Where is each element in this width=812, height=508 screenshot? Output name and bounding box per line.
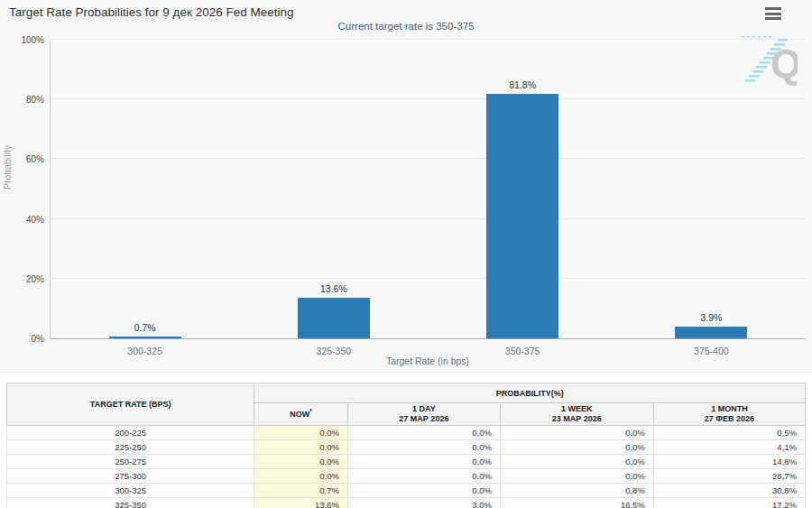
y-axis-tick-label: 40% [26,214,44,224]
column-header-1-week: 1 WEEK 23 МАР 2026 [500,403,653,426]
rate-cell: 300-325 [7,484,254,498]
column-header-probability-group: PROBABILITY(%) [254,383,806,403]
probability-bar[interactable] [298,298,370,338]
rate-cell: 225-250 [7,440,254,455]
current-target-rate-subtitle: Current target rate is 350-375 [0,21,812,32]
probability-1week-cell: 0,8% [500,484,653,498]
table-row: 200-2250,0%0,0%0,0%0,5% [7,426,806,440]
probability-1week-cell: 16,5% [500,498,653,508]
rate-cell: 200-225 [7,426,254,440]
gridline [51,158,806,159]
probability-1month-cell: 28,7% [653,469,805,484]
table-row: 275-3000,0%0,0%0,0%28,7% [7,469,806,484]
rate-cell: 325-350 [7,498,254,508]
column-header-now: NOW* [254,403,348,426]
probability-1day-cell: 0,0% [347,469,500,484]
table-row: 250-2750,0%0,0%0,0%14,8% [7,455,806,469]
probability-1day-cell: 0,0% [347,440,500,455]
probability-1day-cell: 3,0% [347,498,500,508]
column-header-1-day: 1 DAY 27 МАР 2026 [347,403,500,426]
rate-cell: 275-300 [7,469,254,484]
probability-1week-cell: 0,0% [500,469,653,484]
probability-chart-panel: Target Rate Probabilities for 9 дек 2026… [0,0,812,373]
probability-1day-cell: 0,0% [347,455,500,469]
probability-now-cell: 0,7% [254,484,348,498]
y-axis-tick-label: 20% [26,273,44,283]
probability-now-cell: 0,0% [254,455,348,469]
probability-1week-cell: 0,0% [500,426,653,440]
y-axis-tick-label: 0% [32,334,44,344]
probability-1month-cell: 4,1% [653,440,805,455]
probability-1week-cell: 0,0% [500,455,653,469]
probability-bar[interactable] [486,94,558,338]
table-row: 300-3250,7%0,0%0,8%30,8% [7,484,806,498]
y-axis-tick-label: 100% [21,35,44,45]
chart-title: Target Rate Probabilities for 9 дек 2026… [9,5,293,19]
probability-bar[interactable] [109,337,181,338]
gridline [51,98,806,99]
probability-now-cell: 13,6% [254,498,348,508]
probability-1month-cell: 17,2% [653,498,805,508]
rate-cell: 250-275 [7,455,254,469]
gridline [51,218,806,219]
bar-value-label: 13.6% [320,283,347,294]
table-row: 225-2500,0%0,0%0,0%4,1% [7,440,806,455]
y-axis-title: Probability [2,145,13,189]
hamburger-menu-icon[interactable] [765,7,781,20]
probability-1month-cell: 30,8% [653,484,805,498]
probability-1day-cell: 0,0% [347,484,500,498]
bar-value-label: 81.8% [509,79,536,90]
probability-now-cell: 0,0% [254,426,348,440]
gridline [51,278,806,279]
probability-now-cell: 0,0% [254,469,348,484]
probability-1month-cell: 0,5% [653,426,805,440]
table-row: 325-35013,6%3,0%16,5%17,2% [7,498,806,508]
probability-now-cell: 0,0% [254,440,348,455]
bar-value-label: 3.9% [700,312,722,323]
x-axis-title: Target Rate (in bps) [50,356,806,366]
y-axis-tick-label: 60% [26,154,44,164]
probability-bar[interactable] [675,327,747,338]
gridline [51,39,806,40]
probability-1month-cell: 14,8% [653,455,805,469]
probability-1week-cell: 0,0% [500,440,653,455]
column-header-1-month: 1 MONTH 27 ФЕВ 2026 [653,403,805,426]
fedwatch-tool: Target Rate Probabilities for 9 дек 2026… [0,0,812,508]
svg-text:Q: Q [770,42,798,86]
column-header-target-rate: TARGET RATE (BPS) [7,383,254,426]
quandl-watermark-icon: Q [740,36,798,90]
probability-table: TARGET RATE (BPS) PROBABILITY(%) NOW* 1 … [6,383,806,508]
y-axis-tick-label: 80% [26,95,44,105]
probability-1day-cell: 0,0% [347,426,500,440]
plot-area: 0%20%40%60%80%100%0.7%300-32513.6%325-35… [50,40,806,339]
bar-value-label: 0.7% [134,322,156,333]
